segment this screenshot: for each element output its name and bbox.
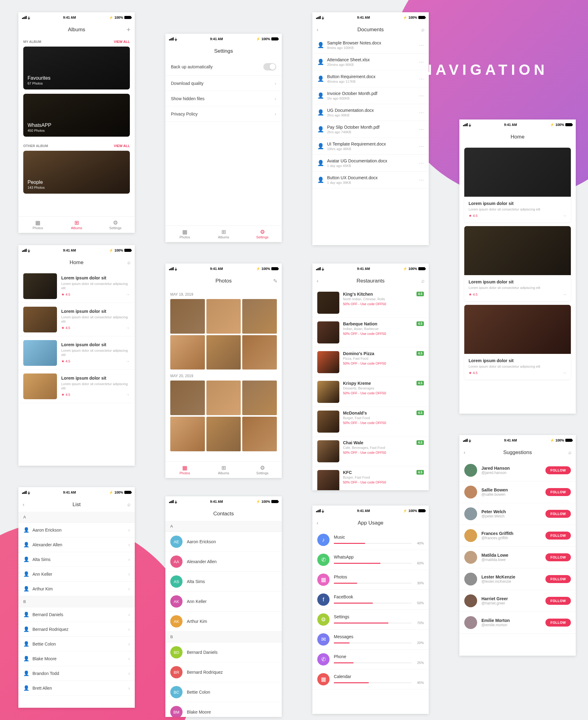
follow-button[interactable]: FOLLOW [545,575,571,583]
feed-item[interactable]: Lorem ipsum dolor sitLorem ipsum dolor s… [18,370,135,403]
photo-thumbnail[interactable] [206,299,241,334]
list-item[interactable]: 👤Brandon Todd› [18,666,135,681]
contact-item[interactable]: BDBernard Daniels [165,642,282,662]
document-row[interactable]: 👤Attendance Sheet.xlsx20mins ago 86KB⋯ [312,54,429,70]
avatar[interactable] [464,507,477,520]
add-icon[interactable]: + [126,26,130,34]
usage-item[interactable]: ✆WhatsApp60% [312,550,429,570]
tab-photos[interactable]: ▦Photos [18,217,57,233]
list-item[interactable]: 👤Alta Sims› [18,552,135,567]
photo-thumbnail[interactable] [170,299,205,334]
contact-item[interactable]: BCBettie Colon [165,682,282,702]
feed-card[interactable]: Lorem ipsum dolor sitLorem ipsum dolor s… [464,226,571,301]
document-row[interactable]: 👤Avatar UG Documentation.docx1 day ago 4… [312,155,429,171]
photo-thumbnail[interactable] [242,335,277,370]
back-icon[interactable]: ‹ [464,450,465,456]
toggle[interactable] [264,63,276,70]
document-row[interactable]: 👤Sample Browser Notes.docx8mins ago 100K… [312,37,429,54]
follow-button[interactable]: FOLLOW [545,597,571,605]
restaurant-item[interactable]: Domino's PizzaPizza, Fast Food50% OFF - … [312,347,429,377]
restaurant-item[interactable]: King's KitchenNorth Indian, Chinese, Rol… [312,288,429,318]
restaurant-item[interactable]: Krispy KremeDesserts, Beverages50% OFF -… [312,377,429,407]
contact-item[interactable]: BRBernard Rodriquez [165,662,282,682]
document-row[interactable]: 👤Button UX Document.docx1 day ago 38KB⋯ [312,171,429,188]
more-icon[interactable]: ⋯ [419,177,424,183]
list-item[interactable]: 👤Alexander Allen› [18,537,135,552]
edit-icon[interactable]: ✎ [273,278,277,284]
photo-thumbnail[interactable] [242,380,277,415]
avatar[interactable] [464,573,477,585]
list-item[interactable]: 👤Blake Moore› [18,651,135,666]
more-icon[interactable]: ⋯ [419,42,424,48]
back-icon[interactable]: ‹ [317,278,318,284]
back-icon[interactable]: ‹ [23,501,24,508]
view-all-link[interactable]: VIEW ALL [114,144,130,148]
setting-download[interactable]: Download quality› [165,76,282,91]
document-row[interactable]: 👤UG Documentation.docx2hrs ago 98KB⋯ [312,104,429,121]
photo-thumbnail[interactable] [170,417,205,451]
list-item[interactable]: 👤Bernard Rodriquez› [18,622,135,637]
feed-item[interactable]: Lorem ipsum dolor sitLorem ipsum dolor s… [18,270,135,303]
contact-item[interactable]: BMBlake Moore [165,702,282,717]
avatar[interactable] [464,594,477,607]
search-icon[interactable]: ⌕ [127,501,130,508]
more-icon[interactable]: ⋯ [419,93,424,99]
usage-item[interactable]: ✉Messages20% [312,630,429,650]
restaurant-item[interactable]: KFCBurger, Fast Food50% OFF - Use code O… [312,466,429,490]
follow-button[interactable]: FOLLOW [545,510,571,518]
avatar[interactable] [464,616,477,629]
search-icon[interactable]: ⌕ [421,278,424,284]
document-row[interactable]: 👤Button Requirement.docx45mins ago 117KB… [312,70,429,87]
avatar[interactable] [464,486,477,498]
feed-item[interactable]: Lorem ipsum dolor sitLorem ipsum dolor s… [18,336,135,370]
search-icon[interactable]: ⌕ [568,450,571,456]
contact-item[interactable]: AAAlexander Allen [165,552,282,572]
usage-item[interactable]: ✆Phone25% [312,650,429,670]
back-icon[interactable]: ‹ [317,27,318,33]
tab-albums[interactable]: ⊞Albums [204,462,243,478]
document-row[interactable]: 👤Pay Slip October Month.pdf2hrs ago 749K… [312,121,429,138]
feed-card[interactable]: Lorem ipsum dolor sitLorem ipsum dolor s… [464,305,571,379]
back-icon[interactable]: ‹ [317,520,318,526]
view-all-link[interactable]: VIEW ALL [114,40,130,43]
setting-privacy[interactable]: Privacy Policy› [165,106,282,122]
album-card-people[interactable]: People143 Photos [23,151,130,193]
avatar[interactable] [464,464,477,477]
tab-albums[interactable]: ⊞Albums [57,217,96,233]
list-item[interactable]: 👤Aaron Erickson› [18,523,135,537]
album-card-whatsapp[interactable]: WhatsAPP450 Photos [23,94,130,137]
usage-item[interactable]: ⚙Settings70% [312,610,429,630]
photo-thumbnail[interactable] [170,335,205,370]
document-row[interactable]: 👤UI Template Requirement.docx19hrs ago 4… [312,138,429,155]
setting-hidden[interactable]: Show hidden files› [165,91,282,106]
usage-item[interactable]: ♪Music40% [312,530,429,550]
usage-item[interactable]: ▦Photos30% [312,570,429,590]
list-item[interactable]: 👤Bernard Daniels› [18,607,135,622]
search-icon[interactable]: ⌕ [421,27,424,33]
avatar[interactable] [464,551,477,564]
more-icon[interactable]: ⋯ [419,126,424,132]
album-card-favourites[interactable]: Favourites67 Photos [23,46,130,89]
restaurant-item[interactable]: McDonald'sBurger, Fast Food50% OFF - Use… [312,407,429,437]
photo-thumbnail[interactable] [242,299,277,334]
follow-button[interactable]: FOLLOW [545,553,571,561]
list-item[interactable]: 👤Ann Keller› [18,567,135,581]
tab-photos[interactable]: ▦Photos [165,226,204,242]
more-icon[interactable]: ⋯ [419,160,424,166]
contact-item[interactable]: AEAaron Erickson [165,532,282,552]
tab-albums[interactable]: ⊞Albums [204,226,243,242]
search-icon[interactable]: ⌕ [127,260,130,266]
tab-settings[interactable]: ⚙Settings [243,226,282,242]
follow-button[interactable]: FOLLOW [545,532,571,539]
more-icon[interactable]: ⋯ [419,143,424,149]
feed-card[interactable]: Lorem ipsum dolor sitLorem ipsum dolor s… [464,148,571,222]
photo-thumbnail[interactable] [206,335,241,370]
contact-item[interactable]: ASAlta Sims [165,572,282,592]
contact-item[interactable]: AKArthur Kim [165,612,282,632]
restaurant-item[interactable]: Chai WaleCafe, Beverages, Fast Food50% O… [312,437,429,466]
photo-thumbnail[interactable] [242,417,277,451]
list-item[interactable]: 👤Arthur Kim› [18,581,135,596]
list-item[interactable]: 👤Brett Allen› [18,681,135,696]
usage-item[interactable]: ▦Calendar45% [312,670,429,690]
tab-settings[interactable]: ⚙Settings [96,217,135,233]
